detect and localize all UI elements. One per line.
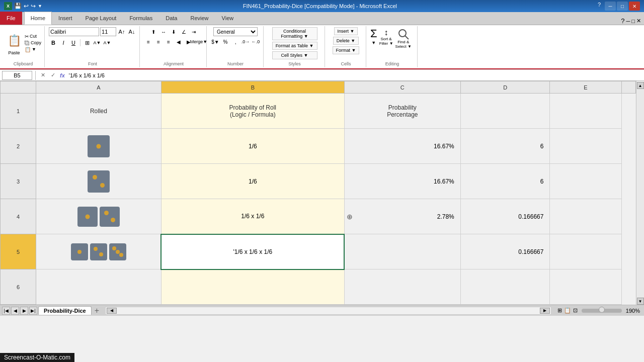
ribbon-close-icon[interactable]: ✕ <box>636 18 641 24</box>
cell-A2[interactable] <box>36 129 162 164</box>
cell-C6[interactable] <box>344 269 460 305</box>
scroll-up-button[interactable]: ▲ <box>637 82 644 89</box>
confirm-edit-button[interactable]: ✓ <box>49 71 57 79</box>
tab-data[interactable]: Data <box>159 12 184 25</box>
cell-D1[interactable] <box>460 94 550 129</box>
cell-E1[interactable] <box>550 94 621 129</box>
tab-review[interactable]: Review <box>184 12 215 25</box>
cell-C4[interactable]: ⊕ 2.78% <box>344 199 460 234</box>
cell-A4[interactable] <box>36 199 162 234</box>
row-header-6[interactable]: 6 <box>1 269 36 305</box>
row-header-5[interactable]: 5 <box>1 234 36 269</box>
find-select-button[interactable]: Find &Select ▼ <box>395 27 412 49</box>
col-header-E[interactable]: E <box>550 81 621 94</box>
sheet-nav-first[interactable]: |◀ <box>2 307 10 315</box>
font-name-input[interactable] <box>49 27 99 36</box>
cell-D6[interactable] <box>460 269 550 305</box>
sheet-nav-next[interactable]: ▶ <box>20 307 28 315</box>
ribbon-minimize-icon[interactable]: ─ <box>626 18 630 24</box>
insert-button[interactable]: Insert ▼ <box>334 27 358 35</box>
vertical-scrollbar[interactable]: ▲ ▼ <box>636 81 644 305</box>
paste-special-button[interactable]: 📋▼ <box>25 47 41 52</box>
cell-C1[interactable]: ProbabilityPercentage <box>344 94 460 129</box>
cell-C5[interactable] <box>344 234 460 269</box>
tab-formulas[interactable]: Formulas <box>123 12 159 25</box>
cell-D3[interactable]: 6 <box>460 164 550 199</box>
wrap-text-button[interactable]: ⇥ <box>189 27 198 36</box>
format-as-table-button[interactable]: Format as Table ▼ <box>272 42 317 50</box>
cell-E2[interactable] <box>550 129 621 164</box>
col-header-A[interactable]: A <box>36 81 162 94</box>
cell-B6[interactable] <box>161 269 344 305</box>
ribbon-expand-icon[interactable]: □ <box>631 18 635 24</box>
cell-reference-input[interactable] <box>2 71 32 80</box>
cell-E5[interactable] <box>550 234 621 269</box>
col-header-B[interactable]: B <box>161 81 344 94</box>
cell-A3[interactable] <box>36 164 162 199</box>
decrease-font-button[interactable]: A↓ <box>127 27 136 36</box>
fill-color-button[interactable]: A▼ <box>93 38 102 47</box>
cell-B3[interactable]: 1/6 <box>161 164 344 199</box>
cell-B5[interactable]: '1/6 x 1/6 x 1/6 <box>161 234 344 269</box>
cell-C3[interactable]: 16.67% <box>344 164 460 199</box>
tab-view[interactable]: View <box>215 12 240 25</box>
quick-access-dropdown[interactable]: ▼ <box>38 4 42 9</box>
align-center-button[interactable]: ≡ <box>154 37 163 46</box>
cell-B4[interactable]: 1/6 x 1/6 <box>161 199 344 234</box>
quick-access-undo[interactable]: ↩ <box>24 3 29 10</box>
sheet-nav-prev[interactable]: ◀ <box>11 307 19 315</box>
percent-button[interactable]: % <box>221 37 230 46</box>
cell-D5[interactable]: 0.166667 <box>460 234 550 269</box>
cell-E3[interactable] <box>550 164 621 199</box>
row-header-2[interactable]: 2 <box>1 129 36 164</box>
increase-font-button[interactable]: A↑ <box>117 27 126 36</box>
col-header-C[interactable]: C <box>344 81 460 94</box>
underline-button[interactable]: U <box>69 38 78 47</box>
align-top-button[interactable]: ⬆ <box>149 27 158 36</box>
minimize-button[interactable]: ─ <box>605 2 616 11</box>
sort-filter-button[interactable]: ↕ Sort &Filter ▼ <box>379 27 393 46</box>
scroll-right-button[interactable]: ▶ <box>540 308 550 314</box>
cut-button[interactable]: ✂Cut <box>25 34 41 39</box>
row-header-4[interactable]: 4 <box>1 199 36 234</box>
italic-button[interactable]: I <box>59 38 68 47</box>
indent-decrease-button[interactable]: ◀ <box>174 37 183 46</box>
cell-A1[interactable]: Rolled <box>36 94 162 129</box>
conditional-formatting-button[interactable]: Conditional Formatting ▼ <box>272 27 317 40</box>
restore-button[interactable]: □ <box>617 2 628 11</box>
align-middle-button[interactable]: ↔ <box>159 27 168 36</box>
cancel-edit-button[interactable]: ✕ <box>39 71 47 79</box>
copy-button[interactable]: ⿻Copy <box>25 40 41 46</box>
decrease-decimal-button[interactable]: ←.0 <box>251 37 260 46</box>
align-right-button[interactable]: ≡ <box>164 37 173 46</box>
autosum-button[interactable]: Σ ▼ <box>370 27 377 45</box>
font-size-input[interactable] <box>100 27 116 36</box>
sheet-nav-last[interactable]: ▶| <box>29 307 37 315</box>
row-header-3[interactable]: 3 <box>1 164 36 199</box>
horizontal-scrollbar[interactable]: ◀ ▶ <box>105 307 551 315</box>
col-header-D[interactable]: D <box>460 81 550 94</box>
close-button[interactable]: ✕ <box>629 2 640 11</box>
paste-button[interactable]: 📋 Paste <box>5 31 23 55</box>
number-format-select[interactable]: General Number Currency Percentage <box>213 27 258 36</box>
increase-decimal-button[interactable]: .0→ <box>241 37 250 46</box>
tab-file[interactable]: File <box>0 12 22 25</box>
cell-D2[interactable]: 6 <box>460 129 550 164</box>
border-button[interactable]: ⊞ <box>83 38 92 47</box>
cell-B2[interactable]: 1/6 <box>161 129 344 164</box>
view-preview-button[interactable]: ⊡ <box>573 307 578 314</box>
help-icon[interactable]: ? <box>598 2 601 11</box>
delete-button[interactable]: Delete ▼ <box>333 37 359 45</box>
add-sheet-button[interactable]: + <box>93 306 101 315</box>
sheet-tab-probability-dice[interactable]: Probability-Dice <box>38 306 92 315</box>
cell-B1[interactable]: Probability of Roll(Logic / Formula) <box>161 94 344 129</box>
cell-C2[interactable]: 16.67% <box>344 129 460 164</box>
cell-D4[interactable]: 0.166667 <box>460 199 550 234</box>
view-layout-button[interactable]: 📋 <box>564 307 571 314</box>
cell-A5[interactable] <box>36 234 162 269</box>
tab-insert[interactable]: Insert <box>52 12 79 25</box>
text-angle-button[interactable]: ∠ <box>179 27 188 36</box>
merge-center-button[interactable]: Merge▼ <box>194 37 203 46</box>
format-button[interactable]: Format ▼ <box>333 46 360 54</box>
zoom-thumb[interactable] <box>599 307 605 313</box>
